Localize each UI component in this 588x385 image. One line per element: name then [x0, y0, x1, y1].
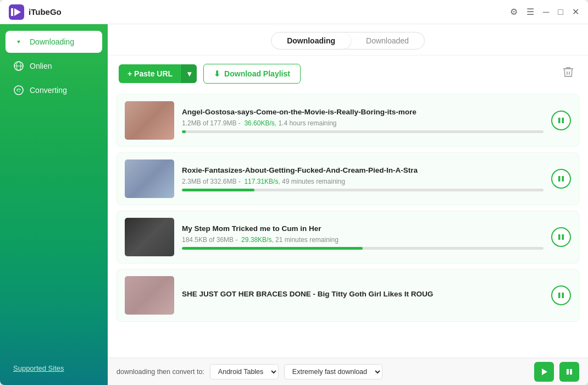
svg-rect-12 [562, 176, 564, 182]
download-item-4: SHE JUST GOT HER BRACES DONE - Big Titty… [117, 269, 579, 322]
download-info: My Step Mom Tricked me to Cum in Her 184… [182, 224, 543, 250]
pause-button-2[interactable] [551, 169, 571, 189]
svg-rect-13 [558, 234, 561, 240]
maximize-icon[interactable]: □ [558, 7, 563, 17]
playlist-label: Download Playlist [224, 69, 290, 78]
pause-all-button[interactable] [559, 362, 579, 382]
sidebar-footer: Supported Sites [5, 358, 102, 378]
download-info: Angel-Gostosa-says-Come-on-the-Movie-is-… [182, 108, 543, 133]
paste-url-button[interactable]: + Paste URL ▾ [119, 64, 197, 83]
globe-icon [13, 61, 24, 72]
progress-bar [182, 189, 543, 191]
bottom-bar: downloading then convert to: Android Tab… [108, 358, 588, 385]
progress-fill [182, 189, 254, 191]
download-thumb [125, 218, 174, 256]
speed-select[interactable]: Extremely fast downloadFast downloadNorm… [284, 364, 382, 380]
download-thumb [125, 101, 174, 140]
sidebar: Downloading Onlien [0, 24, 108, 385]
download-meta: 1.2MB of 177.9MB - 36.60KB/s, 1.4 hours … [182, 119, 543, 127]
title-bar: iTubeGo ⚙ ☰ ─ □ ✕ [0, 0, 588, 24]
sidebar-item-online[interactable]: Onlien [5, 55, 102, 77]
svg-rect-10 [562, 118, 564, 123]
download-item-1: Angel-Gostosa-says-Come-on-the-Movie-is-… [117, 94, 579, 147]
progress-fill [182, 247, 363, 250]
convert-label: downloading then convert to: [117, 368, 204, 376]
progress-bar [182, 247, 543, 250]
sidebar-item-label: Onlien [30, 62, 52, 70]
svg-rect-11 [558, 176, 561, 182]
paste-url-main[interactable]: + Paste URL [119, 64, 181, 83]
svg-rect-16 [562, 293, 564, 298]
window-controls: ⚙ ☰ ─ □ ✕ [510, 7, 579, 17]
menu-icon[interactable]: ☰ [526, 7, 534, 17]
download-playlist-button[interactable]: ⬇ Download Playlist [203, 64, 301, 84]
download-title: SHE JUST GOT HER BRACES DONE - Big Titty… [182, 290, 543, 298]
format-select[interactable]: Android TablesMP4MP3AVIMKV [210, 364, 279, 380]
download-item-3: My Step Mom Tricked me to Cum in Her 184… [117, 211, 579, 263]
tab-bar: Downloading Downloaded [108, 24, 588, 56]
logo-icon [9, 4, 24, 20]
pause-button-3[interactable] [551, 227, 571, 247]
pause-button-1[interactable] [551, 111, 571, 130]
sidebar-item-converting[interactable]: Converting [5, 79, 102, 101]
toolbar: + Paste URL ▾ ⬇ Download Playlist [108, 56, 588, 90]
settings-icon[interactable]: ⚙ [510, 7, 518, 17]
convert-icon [13, 85, 24, 96]
minimize-icon[interactable]: ─ [543, 7, 549, 17]
playlist-download-icon: ⬇ [214, 69, 220, 78]
download-title: Roxie-Fantasizes-About-Getting-Fucked-An… [182, 166, 543, 174]
sidebar-item-downloading[interactable]: Downloading [5, 31, 102, 53]
download-meta: 184.5KB of 36MB - 29.38KB/s, 21 minutes … [182, 236, 543, 244]
paste-url-arrow[interactable]: ▾ [181, 64, 197, 83]
tab-downloading[interactable]: Downloading [271, 32, 351, 49]
clear-all-button[interactable] [559, 63, 577, 84]
download-icon [13, 36, 24, 47]
svg-rect-15 [558, 293, 561, 298]
paste-url-label: + Paste URL [127, 69, 173, 78]
svg-point-8 [14, 86, 23, 95]
download-meta: 2.3MB of 332.6MB - 117.31KB/s, 49 minute… [182, 178, 543, 185]
download-info: SHE JUST GOT HER BRACES DONE - Big Titty… [182, 290, 543, 301]
progress-bar [182, 130, 543, 133]
svg-rect-9 [558, 118, 561, 123]
download-item-2: Roxie-Fantasizes-About-Getting-Fucked-An… [117, 152, 579, 205]
svg-marker-17 [542, 369, 547, 375]
svg-rect-18 [567, 369, 569, 375]
tab-group: Downloading Downloaded [271, 32, 425, 50]
svg-rect-2 [11, 8, 13, 16]
svg-rect-14 [562, 234, 564, 240]
supported-sites-link[interactable]: Supported Sites [13, 364, 64, 372]
download-title: My Step Mom Tricked me to Cum in Her [182, 224, 543, 233]
sidebar-item-label: Downloading [30, 37, 74, 46]
sidebar-item-label: Converting [30, 86, 67, 95]
svg-rect-19 [570, 369, 572, 375]
progress-fill [182, 130, 186, 133]
app-title: iTubeGo [29, 7, 62, 16]
arrow-down-icon: ▾ [187, 69, 191, 78]
tab-downloaded[interactable]: Downloaded [351, 32, 424, 49]
close-icon[interactable]: ✕ [572, 7, 579, 17]
download-thumb [125, 160, 174, 198]
svg-marker-4 [17, 41, 20, 43]
download-info: Roxie-Fantasizes-About-Getting-Fucked-An… [182, 166, 543, 191]
pause-button-4[interactable] [551, 285, 571, 305]
content-area: Downloading Downloaded + Paste URL ▾ ⬇ D… [108, 24, 588, 385]
download-thumb [125, 276, 174, 315]
play-all-button[interactable] [534, 362, 554, 382]
app-logo: iTubeGo [9, 4, 62, 20]
download-title: Angel-Gostosa-says-Come-on-the-Movie-is-… [182, 108, 543, 116]
download-list: Angel-Gostosa-says-Come-on-the-Movie-is-… [108, 90, 588, 358]
